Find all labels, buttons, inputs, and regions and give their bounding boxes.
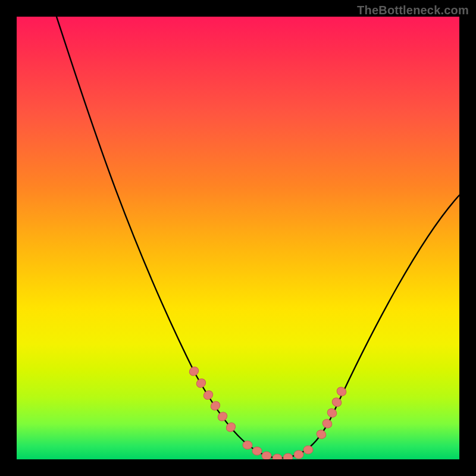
svg-point-11 (294, 450, 303, 459)
plot-area (17, 17, 459, 459)
svg-point-2 (202, 389, 215, 401)
svg-point-0 (188, 365, 201, 377)
svg-point-15 (326, 407, 339, 419)
svg-point-1 (195, 377, 208, 389)
svg-point-8 (262, 452, 271, 459)
svg-point-14 (321, 418, 334, 430)
svg-point-12 (303, 446, 313, 454)
bottleneck-curve-svg (17, 17, 459, 459)
svg-point-13 (315, 428, 328, 440)
svg-point-9 (273, 454, 282, 459)
chart-frame: TheBottleneck.com (0, 0, 476, 476)
svg-point-6 (243, 441, 252, 449)
highlight-markers (188, 365, 348, 459)
watermark-text: TheBottleneck.com (357, 4, 469, 17)
svg-point-4 (216, 411, 228, 423)
bottleneck-curve-path (57, 17, 459, 458)
svg-point-7 (252, 447, 262, 455)
svg-point-16 (331, 396, 343, 408)
svg-point-10 (283, 453, 293, 459)
